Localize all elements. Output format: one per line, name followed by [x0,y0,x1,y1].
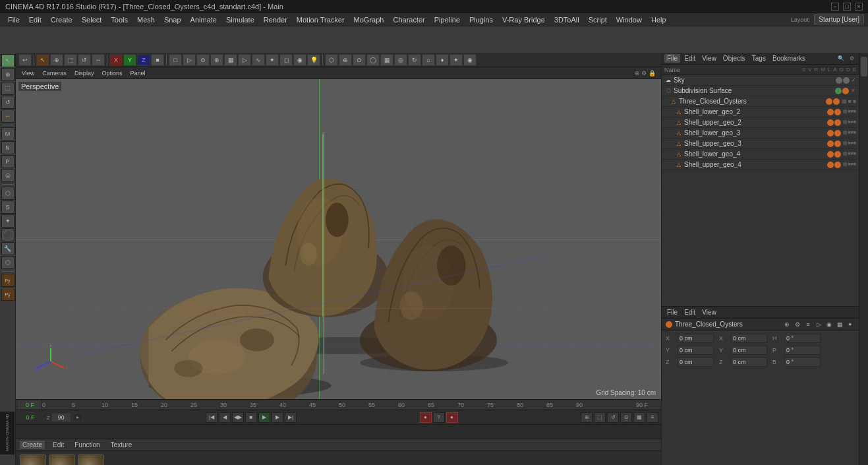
tb-undo[interactable]: ↩ [18,54,32,66]
record-button[interactable]: ● [420,412,432,423]
menu-help[interactable]: Help [647,15,670,25]
am-y-rot[interactable]: 0 cm [731,346,767,355]
toolbar-transform[interactable]: ↔ [1,109,14,123]
am-icon-star[interactable]: ✦ [846,320,855,329]
tb-diamond[interactable]: ♦ [436,54,449,66]
am-tab-view[interactable]: View [699,308,719,317]
material-item-1[interactable]: Oyster_1 [20,454,46,466]
am-icon-arrow[interactable]: ▷ [814,320,823,329]
tb-move[interactable]: ↖ [36,54,49,66]
mat-tab-edit[interactable]: Edit [50,441,67,449]
om-row-subdivision[interactable]: ⬡ Subdivision Surface ✕ [662,86,859,96]
menu-tools[interactable]: Tools [107,15,132,25]
menu-motion-tracker[interactable]: Motion Tracker [293,15,349,25]
play-forward-button[interactable]: ▶ [258,412,270,423]
am-b-val[interactable]: 0 ° [784,357,821,367]
layout-selector[interactable]: Startup [User] [814,15,864,24]
om-tab-edit[interactable]: Edit [681,54,698,63]
close-button[interactable]: × [855,3,863,11]
viewport[interactable]: Perspective [16,79,661,399]
om-row-shell-lower-4[interactable]: △ Shell_lower_geo_4 ▦■■■ [662,149,859,160]
menu-mesh[interactable]: Mesh [133,15,159,25]
om-row-shell-lower-2[interactable]: △ Shell_lower_geo_2 ▦■■■ [662,107,859,117]
menu-mograph[interactable]: MoGraph [350,15,388,25]
go-end-button[interactable]: ▶| [285,412,297,423]
tb-x[interactable]: X [109,54,123,66]
om-settings-icon[interactable]: ⚙ [847,54,856,63]
view-menu[interactable]: View [18,69,38,77]
material-thumb-2[interactable] [49,454,75,466]
om-search-icon[interactable]: 🔍 [836,54,846,63]
menu-render[interactable]: Render [260,15,291,25]
key-add[interactable]: ⊕ [581,412,593,423]
mat-tab-create[interactable]: Create [20,441,45,449]
om-tab-file[interactable]: File [664,54,680,63]
toolbar-hex[interactable]: ⬡ [1,187,14,200]
tb-record[interactable]: ⊙ [196,54,210,66]
menu-create[interactable]: Create [47,15,76,25]
tb-light[interactable]: 💡 [307,54,320,66]
menu-pipeline[interactable]: Pipeline [430,15,464,25]
material-item-2[interactable]: Oyster_2 [49,454,75,466]
menu-3dtoall[interactable]: 3DToAll [550,15,583,25]
material-thumb-3[interactable] [78,454,104,466]
tb-grid[interactable]: ▦ [224,54,237,66]
toolbar-arrow[interactable]: ↖ [1,54,14,67]
om-row-shell-lower-3[interactable]: △ Shell_lower_geo_3 ▦■■■ [662,128,859,139]
panel-menu[interactable]: Panel [127,69,148,77]
tb-scale2[interactable]: ⬚ [64,54,77,66]
tb-add[interactable]: ⊕ [210,54,223,66]
tb-y[interactable]: Y [123,54,136,66]
tb-wave[interactable]: ∿ [252,54,265,66]
step-back-button[interactable]: ◀ [219,412,231,423]
om-tab-objects[interactable]: Objects [720,54,748,63]
tb-star2[interactable]: ✦ [266,54,279,66]
toolbar-nurbs[interactable]: N [1,141,14,154]
toolbar-s[interactable]: S [1,201,14,214]
display-menu[interactable]: Display [71,69,98,77]
am-icon-settings[interactable]: ⚙ [793,320,802,329]
om-row-three-oysters[interactable]: △ Three_Closed_Oysters ▦ ■ ■ [662,96,859,107]
record-auto[interactable]: ? [433,412,445,423]
tb-grid2[interactable]: ▦ [380,54,393,66]
menu-file[interactable]: File [4,15,24,25]
toolbar-spline[interactable]: ◎ [1,169,14,182]
minimize-button[interactable]: − [831,3,839,11]
step-forward-button[interactable]: ▶ [272,412,283,423]
am-tab-file[interactable]: File [664,308,680,317]
om-row-shell-upper-2[interactable]: △ Shell_upper_geo_2 ▦■■■ [662,117,859,128]
fps-arrow[interactable]: ▸ [72,413,83,422]
toolbar-model[interactable]: M [1,127,14,140]
tb-hex3[interactable]: ⬡ [325,54,338,66]
options-menu[interactable]: Options [98,69,125,77]
toolbar-square[interactable]: ⬛ [1,228,14,241]
am-tab-edit[interactable]: Edit [681,308,698,317]
window-controls[interactable]: − □ × [831,3,863,11]
right-scrollbar[interactable] [859,53,868,465]
key-scale3[interactable]: ⊙ [620,412,632,423]
menu-edit[interactable]: Edit [25,15,45,25]
record-stop[interactable]: ● [446,412,458,423]
toolbar-add[interactable]: ⊕ [1,68,14,81]
tb-frame[interactable]: □ [169,54,182,66]
tb-all[interactable]: ■ [151,54,164,66]
current-frame-input[interactable]: 0 F [20,400,40,410]
tb-dot[interactable]: ◉ [463,54,477,66]
am-icon-grid[interactable]: ▦ [835,320,844,329]
material-thumb-1[interactable] [20,454,46,466]
toolbar-python2[interactable]: Py [1,288,14,301]
key-grid3[interactable]: ▦ [633,412,645,423]
am-h-val[interactable]: 0 ° [784,334,821,343]
key-move[interactable]: ↺ [607,412,619,423]
om-tab-view[interactable]: View [699,54,719,63]
om-row-shell-upper-3[interactable]: △ Shell_upper_geo_3 ▦■■■ [662,139,859,149]
am-z-rot[interactable]: 0 cm [731,357,767,367]
tb-play[interactable]: ▷ [183,54,196,66]
maximize-button[interactable]: □ [843,3,851,11]
mat-tab-texture[interactable]: Texture [108,441,135,449]
go-start-button[interactable]: |◀ [206,412,217,423]
am-icon-add[interactable]: ⊕ [782,320,792,329]
om-tab-bookmarks[interactable]: Bookmarks [770,54,808,63]
tb-target[interactable]: ◎ [394,54,407,66]
toolbar-polygon[interactable]: P [1,155,14,168]
